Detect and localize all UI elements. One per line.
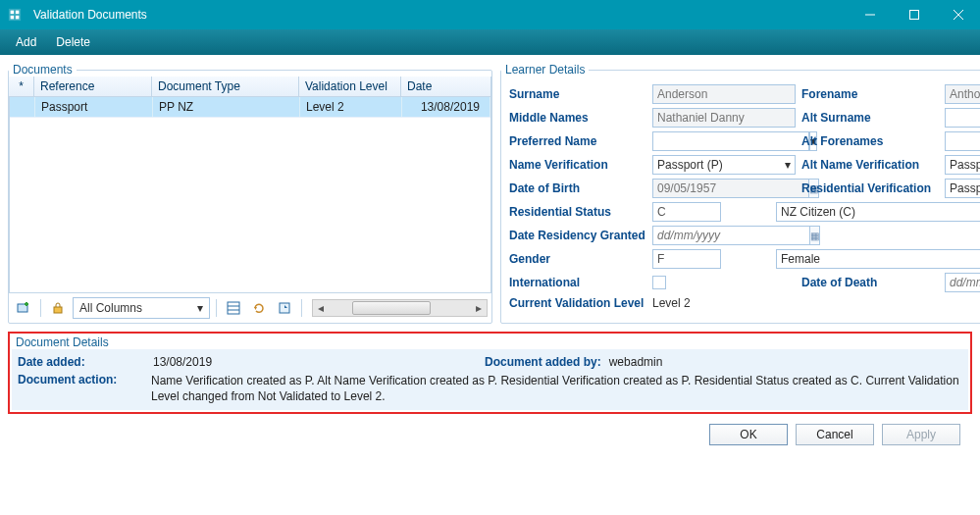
- horizontal-scrollbar[interactable]: ◂ ▸: [312, 299, 488, 317]
- date-added-label: Date added:: [18, 355, 145, 369]
- resverif-label: Residential Verification: [801, 181, 939, 195]
- learner-details-panel: Learner Details Surname Forename Middle …: [500, 63, 980, 324]
- column-selector[interactable]: All Columns ▾: [73, 297, 210, 319]
- cancel-button[interactable]: Cancel: [796, 424, 874, 445]
- gender-code-field[interactable]: [652, 249, 721, 269]
- column-selector-label: All Columns: [79, 301, 142, 315]
- svg-rect-1: [11, 11, 15, 15]
- resstatus-dropdown[interactable]: NZ Citizen (C)▾: [776, 202, 980, 222]
- dialog-footer: OK Cancel Apply: [8, 414, 972, 451]
- resstatus-label: Residential Status: [509, 205, 646, 219]
- refresh-icon[interactable]: [248, 297, 270, 319]
- svg-rect-6: [909, 11, 918, 20]
- grid-config-icon[interactable]: [223, 297, 244, 319]
- scroll-left-icon[interactable]: ◂: [313, 300, 329, 316]
- cell-reference: Passport: [35, 97, 153, 117]
- dob-field[interactable]: [652, 179, 809, 198]
- svg-rect-4: [16, 16, 20, 20]
- added-by-value: webadmin: [609, 355, 663, 369]
- documents-legend: Documents: [9, 63, 77, 77]
- document-details-legend: Document Details: [12, 335, 113, 349]
- dod-label: Date of Death: [801, 276, 939, 289]
- app-icon: [0, 0, 29, 29]
- svg-rect-3: [11, 16, 15, 20]
- forename-field[interactable]: [945, 84, 980, 104]
- learner-legend: Learner Details: [501, 63, 589, 77]
- middle-field[interactable]: [652, 108, 796, 128]
- date-added-value: 13/08/2019: [153, 355, 477, 369]
- svg-marker-16: [254, 307, 257, 310]
- col-validation[interactable]: Validation Level: [299, 77, 401, 96]
- svg-rect-2: [16, 11, 20, 15]
- new-row-icon[interactable]: [13, 297, 34, 319]
- international-checkbox[interactable]: [652, 276, 666, 289]
- cell-doctype: PP NZ: [153, 97, 300, 117]
- curval-label: Current Validation Level: [509, 296, 646, 310]
- lock-icon[interactable]: [47, 297, 69, 319]
- menu-add[interactable]: Add: [6, 32, 46, 52]
- dod-field[interactable]: [945, 273, 980, 292]
- maximize-button[interactable]: [892, 0, 936, 29]
- prefname-label: Preferred Name: [509, 134, 646, 148]
- document-details-panel: Document Details Date added: 13/08/2019 …: [12, 335, 968, 410]
- menu-bar: Add Delete: [0, 29, 980, 55]
- cell-date: 13/08/2019: [402, 97, 490, 117]
- export-icon[interactable]: [274, 297, 295, 319]
- middle-label: Middle Names: [509, 111, 646, 125]
- documents-toolbar: All Columns ▾ ◂ ▸: [9, 293, 491, 323]
- window-title: Validation Documents: [29, 8, 848, 22]
- altsurname-field[interactable]: [945, 108, 980, 128]
- surname-label: Surname: [509, 87, 646, 101]
- nameverif-label: Name Verification: [509, 158, 646, 172]
- action-value: Name Verification created as P. Alt Name…: [151, 373, 962, 404]
- action-label: Document action:: [18, 373, 145, 386]
- forename-label: Forename: [801, 87, 939, 101]
- added-by-label: Document added by:: [485, 355, 601, 369]
- altfore-field[interactable]: [945, 131, 980, 151]
- scroll-right-icon[interactable]: ▸: [471, 300, 487, 316]
- chevron-down-icon: ▾: [785, 158, 791, 172]
- chevron-down-icon: ▾: [197, 301, 203, 315]
- surname-field[interactable]: [652, 84, 796, 104]
- menu-delete[interactable]: Delete: [46, 32, 100, 52]
- document-details-highlight: Document Details Date added: 13/08/2019 …: [8, 332, 972, 414]
- nameverif-dropdown[interactable]: Passport (P)▾: [652, 155, 796, 175]
- gender-label: Gender: [509, 252, 646, 266]
- altnameverif-dropdown[interactable]: Passport (P)▾: [945, 155, 980, 175]
- scroll-thumb[interactable]: [352, 301, 431, 315]
- gender-dropdown[interactable]: Female▾: [776, 249, 980, 269]
- ok-button[interactable]: OK: [709, 424, 788, 445]
- altsurname-label: Alt Surname: [801, 111, 939, 125]
- col-reference[interactable]: Reference: [34, 77, 152, 96]
- resverif-dropdown[interactable]: Passport (P)▾: [945, 179, 980, 198]
- prefname-field[interactable]: [652, 131, 809, 151]
- intl-label: International: [509, 276, 646, 289]
- altnameverif-label: Alt Name Verification: [801, 158, 939, 172]
- title-bar: Validation Documents: [0, 0, 980, 29]
- col-star[interactable]: *: [9, 77, 34, 96]
- resstatus-code-field[interactable]: [652, 202, 721, 222]
- table-row[interactable]: Passport PP NZ Level 2 13/08/2019: [10, 97, 490, 118]
- close-button[interactable]: [936, 0, 980, 29]
- documents-panel: Documents * Reference Document Type Vali…: [8, 63, 492, 324]
- apply-button[interactable]: Apply: [882, 424, 960, 445]
- svg-rect-13: [228, 302, 239, 314]
- col-date[interactable]: Date: [401, 77, 491, 96]
- minimize-button[interactable]: [848, 0, 892, 29]
- altfore-label: Alt Forenames: [801, 134, 939, 148]
- dob-label: Date of Birth: [509, 181, 646, 195]
- cell-validation: Level 2: [300, 97, 402, 117]
- calendar-icon[interactable]: ▦: [810, 226, 820, 245]
- documents-grid-header: * Reference Document Type Validation Lev…: [9, 77, 491, 97]
- svg-rect-12: [54, 307, 62, 313]
- curval-value: Level 2: [652, 296, 980, 310]
- resgrant-field[interactable]: [652, 226, 810, 245]
- resgrant-label: Date Residency Granted: [509, 229, 646, 242]
- col-doctype[interactable]: Document Type: [152, 77, 299, 96]
